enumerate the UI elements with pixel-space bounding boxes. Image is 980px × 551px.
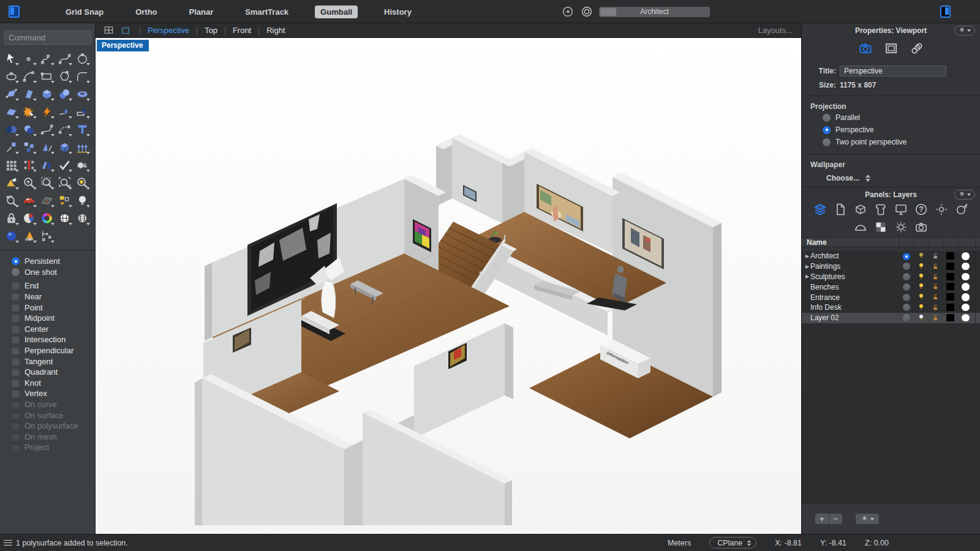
copy-icon[interactable] [20,138,37,156]
layouts-button[interactable]: Layouts... [758,26,793,35]
sun-panel-icon[interactable] [894,220,908,236]
checkbox-icon[interactable] [12,335,20,343]
wallpaper-choose-button[interactable]: Choose... [826,174,859,182]
blast-icon[interactable] [38,103,55,120]
dimension-icon[interactable] [38,227,55,244]
gumball-panel-icon[interactable] [934,202,949,219]
ellipse-icon[interactable] [2,67,20,84]
checkbox-icon[interactable] [12,282,20,290]
disclosure-triangle-icon[interactable]: ▶ [802,274,809,279]
osnap-vertex[interactable]: Vertex [0,388,95,399]
single-viewport-icon[interactable] [119,24,132,37]
osnap-near[interactable]: Near [0,291,95,302]
layer-visibility-bulb-icon[interactable] [917,272,925,283]
checkbox-icon[interactable] [12,293,20,301]
camera-view-icon[interactable] [38,192,55,209]
radio-icon[interactable] [12,257,20,265]
radio-icon[interactable] [12,268,20,276]
color-wheel-icon[interactable] [38,209,55,227]
layers-panel-icon[interactable] [813,202,827,219]
disclosure-triangle-icon[interactable]: ▶ [802,264,809,269]
panels-gear-button[interactable] [954,190,975,200]
osnap-mode-one-shot[interactable]: One shot [0,267,95,278]
checkbox-icon[interactable] [12,368,20,376]
layer-row-sculptures[interactable]: ▶Sculptures [802,272,980,282]
object-panel-icon[interactable] [853,202,868,219]
layer-lock-icon[interactable] [932,263,940,272]
checkbox-icon[interactable] [12,314,20,322]
toggle-smarttrack[interactable]: SmartTrack [239,6,294,18]
loft-surface-icon[interactable] [20,85,37,102]
viewport-title-badge[interactable]: Perspective [97,40,149,51]
projection-two-point-perspective[interactable]: Two point perspective [802,137,980,148]
help-panel-icon[interactable]: ? [914,202,929,219]
toggle-planar[interactable]: Planar [184,6,219,18]
render-sphere-icon[interactable] [56,209,73,227]
point-icon[interactable] [20,50,37,67]
display-panel-icon[interactable] [894,202,908,219]
layer-material-swatch[interactable] [962,252,970,260]
viewport-3d-scene[interactable]: Information [96,38,801,534]
spotlight-icon[interactable] [20,227,37,244]
layer-lock-icon[interactable] [932,293,940,303]
lock-toolbar-icon[interactable] [2,209,20,227]
osnap-tangent[interactable]: Tangent [0,356,95,367]
torus-icon[interactable] [74,85,91,102]
polygon-icon[interactable] [56,67,73,84]
planar-surface-icon[interactable] [2,103,20,120]
add-layer-button[interactable]: + [815,514,829,524]
mirror-icon[interactable] [38,138,55,156]
osnap-end[interactable]: End [0,280,95,291]
layer-visibility-bulb-icon[interactable] [917,252,925,262]
box-icon[interactable] [38,85,55,102]
radio-icon[interactable] [823,114,831,122]
layer-row-benches[interactable]: Benches [802,282,980,292]
projection-parallel[interactable]: Parallel [802,112,980,123]
move-icon[interactable] [2,138,20,156]
array-icon[interactable] [74,138,91,156]
split-icon[interactable] [74,103,91,120]
layer-lock-icon[interactable] [932,283,940,293]
named-views-icon[interactable] [914,220,929,236]
current-layer-radio[interactable] [903,314,910,321]
blend-curve-icon[interactable] [38,121,55,138]
osnap-center[interactable]: Center [0,324,95,335]
layer-row-architect[interactable]: ▶Architect [802,251,980,261]
osnap-intersection[interactable]: Intersection [0,334,95,345]
arc-icon[interactable] [20,67,37,84]
light-icon[interactable] [74,192,91,209]
twist-icon[interactable] [38,156,55,173]
materials-panel-icon[interactable] [873,220,888,236]
commands-panel-icon[interactable] [873,202,888,219]
boolean-union-icon[interactable] [20,121,37,138]
layers-gear-button[interactable] [856,514,879,524]
display-mode-slider[interactable]: Architect [599,7,710,17]
units-label[interactable]: Meters [668,539,691,547]
osnap-mode-persistent[interactable]: Persistent [0,256,95,267]
projection-perspective[interactable]: Perspective [802,124,980,135]
command-input[interactable] [4,31,91,45]
toggle-history[interactable]: History [379,6,417,18]
check-icon[interactable] [56,156,73,173]
checkbox-icon[interactable] [12,304,20,312]
layer-material-swatch[interactable] [962,263,970,271]
remove-layer-button[interactable]: − [829,514,843,524]
boolean-difference-icon[interactable] [2,121,20,138]
toggle-gumball[interactable]: Gumball [315,6,358,18]
osnap-point[interactable]: Point [0,302,95,313]
layer-material-swatch[interactable] [962,293,970,301]
layer-color-swatch[interactable] [946,293,954,301]
layer-material-swatch[interactable] [962,283,970,291]
curve-tools-icon[interactable] [74,67,91,84]
properties-page-icon[interactable] [833,202,848,219]
checkbox-icon[interactable] [12,358,20,365]
layers-name-header[interactable]: Name [802,237,980,247]
render-blue-icon[interactable] [2,227,20,244]
current-layer-radio[interactable] [903,304,910,311]
choose-stepper-icon[interactable] [865,174,870,182]
layer-visibility-bulb-icon[interactable] [917,262,925,272]
layer-color-swatch[interactable] [946,252,954,260]
viewport-tab-top[interactable]: Top [205,26,217,35]
four-viewports-icon[interactable] [102,24,115,37]
adjustable-blend-icon[interactable] [56,121,73,138]
